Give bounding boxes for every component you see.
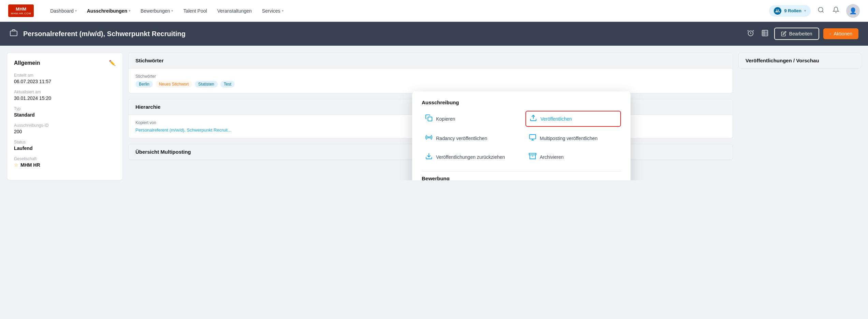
roles-button[interactable]: 9 Rollen ▾ xyxy=(769,5,811,17)
dropdown-radancy[interactable]: Radancy veröffentlichen xyxy=(422,131,517,146)
roles-icon xyxy=(774,7,781,15)
edit-icon[interactable]: ✏️ xyxy=(109,60,116,66)
tags-row: Berlin Neues Stichwort Statisten Test xyxy=(135,81,726,88)
logo-line2: MHM-HR.COM xyxy=(11,12,31,15)
navbar: MHM MHM-HR.COM Dashboard ▾ Ausschreibung… xyxy=(0,0,868,22)
notifications-button[interactable] xyxy=(831,5,841,16)
download-icon xyxy=(425,152,433,162)
svg-rect-1 xyxy=(10,31,17,36)
field-gesellschaft: Gesellschaft ☆ MHM HR xyxy=(14,156,116,168)
panel-veroeffentlichungen: Veröffentlichungen / Vorschau xyxy=(738,52,861,69)
aktionen-button[interactable]: ▾ Aktionen xyxy=(823,28,858,39)
tag-neues-stichwort[interactable]: Neues Stichwort xyxy=(156,81,192,88)
field-typ: Typ Standard xyxy=(14,106,116,118)
dropdown-zurueckziehen[interactable]: Veröffentlichungen zurückziehen xyxy=(422,150,517,164)
dropdown-archivieren[interactable]: Archivieren xyxy=(525,150,621,164)
panel-stichwörter: Stichwörter Stichwörter Berlin Neues Sti… xyxy=(128,52,733,93)
main-content: Allgemein ✏️ Erstellt am 06.07.2023 11:5… xyxy=(0,46,868,180)
briefcase-icon xyxy=(10,29,18,39)
nav-item-bewerbungen[interactable]: Bewerbungen ▾ xyxy=(136,5,177,16)
dropdown-kopieren[interactable]: Kopieren xyxy=(422,111,517,127)
kopieren-label: Kopieren xyxy=(436,116,455,122)
tag-test[interactable]: Test xyxy=(220,81,235,88)
hierarchie-link[interactable]: Personalreferent (m/w/d), Schwerpunkt Re… xyxy=(135,127,231,133)
dropdown-grid: Kopieren Veröffentlichen Radancy veröffe… xyxy=(422,111,621,164)
stichwörter-header: Stichwörter xyxy=(129,53,733,69)
page-title: Personalreferent (m/w/d), Schwerpunkt Re… xyxy=(23,30,746,38)
chevron-down-icon: ▾ xyxy=(804,9,806,13)
zurueckziehen-label: Veröffentlichungen zurückziehen xyxy=(436,154,505,160)
nav-item-veranstaltungen[interactable]: Veranstaltungen xyxy=(213,5,256,16)
table-icon[interactable] xyxy=(760,28,770,40)
panel-allgemein: Allgemein ✏️ Erstellt am 06.07.2023 11:5… xyxy=(7,52,123,180)
upload-icon xyxy=(530,114,537,123)
svg-rect-7 xyxy=(530,135,536,139)
tag-berlin[interactable]: Berlin xyxy=(135,81,153,88)
field-id: Ausschreibungs-ID 200 xyxy=(14,123,116,134)
dropdown-divider xyxy=(422,171,621,171)
aktionen-dropdown: Ausschreibung Kopieren Veröffentlichen xyxy=(412,91,631,180)
veroeffentlichen-label: Veröffentlichen xyxy=(540,116,572,122)
nav-right: 9 Rollen ▾ 👤 xyxy=(769,4,860,18)
chevron-down-icon: ▾ xyxy=(75,9,77,13)
broadcast-icon xyxy=(425,134,433,143)
logo[interactable]: MHM MHM-HR.COM xyxy=(8,4,34,17)
roles-label: 9 Rollen xyxy=(784,8,801,13)
veroeffentlichungen-header: Veröffentlichungen / Vorschau xyxy=(739,53,861,69)
tag-statisten[interactable]: Statisten xyxy=(195,81,218,88)
chevron-down-icon: ▾ xyxy=(171,9,173,13)
right-column: Veröffentlichungen / Vorschau xyxy=(738,52,861,180)
bearbeiten-button[interactable]: Bearbeiten xyxy=(774,28,819,40)
logo-line1: MHM xyxy=(11,6,31,12)
search-button[interactable] xyxy=(816,5,826,16)
multiposting-label: Multiposting veröffentlichen xyxy=(540,136,597,141)
chevron-down-icon: ▾ xyxy=(282,9,284,13)
field-aktualisiert: Aktualisiert am 30.01.2024 15:20 xyxy=(14,90,116,101)
radancy-label: Radancy veröffentlichen xyxy=(436,136,487,141)
archivieren-label: Archivieren xyxy=(540,154,564,160)
nav-item-services[interactable]: Services ▾ xyxy=(258,5,288,16)
star-icon: ☆ xyxy=(14,162,18,168)
svg-rect-9 xyxy=(529,153,536,155)
svg-rect-3 xyxy=(762,30,768,36)
dropdown-ausschreibung-title: Ausschreibung xyxy=(422,100,621,105)
chevron-down-icon: ▾ xyxy=(829,32,831,36)
nav-items: Dashboard ▾ Ausschreibungen ▾ Bewerbunge… xyxy=(46,5,769,16)
alarm-icon[interactable] xyxy=(746,28,756,40)
panel-allgemein-header: Allgemein ✏️ xyxy=(14,60,116,66)
multipost-icon xyxy=(529,134,536,143)
chevron-down-icon: ▾ xyxy=(129,9,130,13)
svg-point-0 xyxy=(819,7,823,12)
user-avatar[interactable]: 👤 xyxy=(846,4,860,18)
stichwörter-label: Stichwörter xyxy=(135,74,726,79)
copy-icon xyxy=(425,114,433,123)
allgemein-title: Allgemein xyxy=(14,60,40,66)
dropdown-multiposting[interactable]: Multiposting veröffentlichen xyxy=(525,131,621,146)
dropdown-veroeffentlichen[interactable]: Veröffentlichen xyxy=(525,111,621,127)
field-status: Status Laufend xyxy=(14,140,116,151)
header-actions: Bearbeiten ▾ Aktionen xyxy=(746,28,858,40)
field-erstellt: Erstellt am 06.07.2023 11:57 xyxy=(14,73,116,84)
archive-icon xyxy=(529,152,536,162)
dropdown-bewerbung-title: Bewerbung xyxy=(422,176,621,180)
nav-item-talent-pool[interactable]: Talent Pool xyxy=(179,5,211,16)
nav-item-dashboard[interactable]: Dashboard ▾ xyxy=(46,5,81,16)
svg-point-6 xyxy=(428,137,430,138)
nav-item-ausschreibungen[interactable]: Ausschreibungen ▾ xyxy=(83,5,134,16)
svg-rect-4 xyxy=(428,117,432,121)
bewerbung-section: Bewerbung ＋ Neu xyxy=(422,176,621,180)
page-header: Personalreferent (m/w/d), Schwerpunkt Re… xyxy=(0,22,868,46)
